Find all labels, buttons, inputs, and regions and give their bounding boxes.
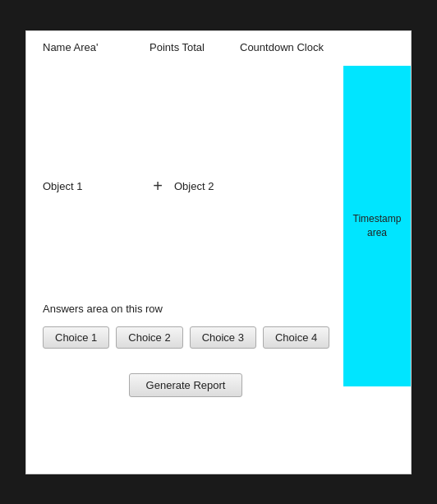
main-frame: Name Area' Points Total Countdown Clock … [25, 30, 412, 474]
generate-report-button[interactable]: Generate Report [129, 373, 243, 397]
objects-row: Object 1 + Object 2 [43, 177, 394, 196]
answers-label: Answers area on this row [43, 303, 163, 315]
choice-2-button[interactable]: Choice 2 [116, 326, 182, 349]
header-countdown-clock: Countdown Clock [240, 41, 394, 53]
choice-4-button[interactable]: Choice 4 [263, 326, 329, 349]
answers-row: Answers area on this row [43, 303, 394, 315]
choice-1-button[interactable]: Choice 1 [43, 326, 109, 349]
header-name-area: Name Area' [43, 41, 150, 53]
cyan-panel: Timestamparea [343, 66, 411, 386]
choice-3-button[interactable]: Choice 3 [190, 326, 256, 349]
header-points-total: Points Total [150, 41, 240, 53]
choices-row: Choice 1 Choice 2 Choice 3 Choice 4 [43, 326, 394, 349]
generate-row: Generate Report [43, 373, 394, 397]
header-row: Name Area' Points Total Countdown Clock [26, 31, 411, 53]
plus-icon: + [141, 177, 174, 196]
object1-label: Object 1 [43, 180, 141, 192]
object2-label: Object 2 [174, 180, 273, 192]
timestamp-label: Timestamparea [353, 212, 402, 240]
